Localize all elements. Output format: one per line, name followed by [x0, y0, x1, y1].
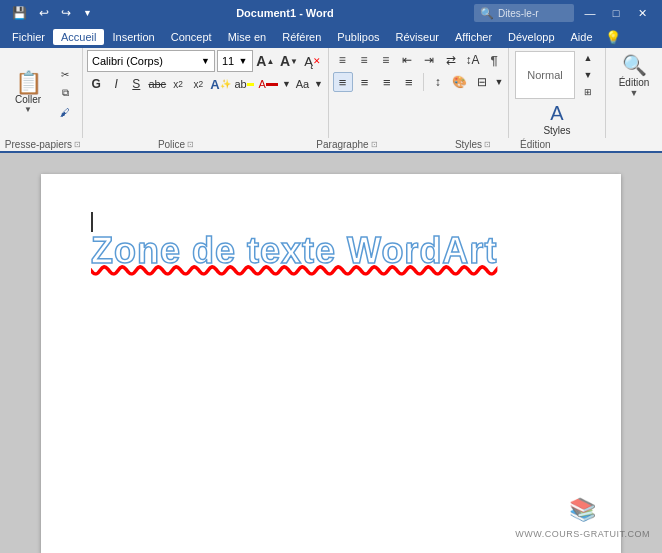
- window-controls: — □ ✕: [578, 3, 654, 23]
- menu-publipostage[interactable]: Publipos: [329, 29, 387, 45]
- police-label-cell: Police ⊡: [86, 138, 266, 151]
- bullets-button[interactable]: ≡: [333, 50, 353, 70]
- shading-button[interactable]: 🎨: [450, 72, 470, 92]
- sort-button[interactable]: ↕A: [463, 50, 483, 70]
- align-right-button[interactable]: ≡: [377, 72, 397, 92]
- styles-label-cell: Styles ⊡: [428, 138, 518, 151]
- borders-dropdown-btn[interactable]: ▼: [494, 72, 504, 92]
- menu-concept[interactable]: Concept: [163, 29, 220, 45]
- decrease-indent-button[interactable]: ⇤: [398, 50, 418, 70]
- document-title: Document1 - Word: [100, 7, 470, 19]
- clipboard-small-buttons: ✂ ⧉ 🖌: [54, 50, 76, 136]
- paragraphe-label-cell: Paragraphe ⊡: [266, 138, 428, 151]
- styles-gallery: Normal ▲ ▼ ⊞: [515, 50, 599, 100]
- case-button[interactable]: Aa: [293, 74, 311, 94]
- quick-access-toolbar: 💾 ↩ ↪ ▼ Document1 - Word 🔍 Dites-le-r — …: [0, 0, 662, 26]
- font-group: Calibri (Corps) ▼ 11 ▼ A▲ A▼ Ą✕ G I S ab…: [83, 48, 329, 138]
- paragraphe-expand-icon[interactable]: ⊡: [371, 140, 378, 149]
- align-left-button[interactable]: ≡: [333, 72, 353, 92]
- font-name-value: Calibri (Corps): [92, 55, 163, 67]
- align-center-button[interactable]: ≡: [355, 72, 375, 92]
- menu-aide[interactable]: Aide: [563, 29, 601, 45]
- logo-book-icon: 📚: [515, 497, 650, 523]
- strikethrough-button[interactable]: abc: [147, 74, 167, 94]
- styles-expand-icon[interactable]: ⊡: [484, 140, 491, 149]
- format-painter-button[interactable]: 🖌: [54, 103, 76, 121]
- ribbon: 📋 Coller ▼ ✂ ⧉ 🖌 Calibri (Corps) ▼ 11 ▼: [0, 48, 662, 154]
- menu-revision[interactable]: Réviseur: [388, 29, 447, 45]
- underline-button[interactable]: S: [127, 74, 145, 94]
- highlight-icon: ab: [234, 78, 246, 90]
- font-color-button[interactable]: A: [257, 74, 279, 94]
- highlight-color-button[interactable]: ab: [233, 74, 255, 94]
- case-dropdown-btn[interactable]: ▼: [314, 74, 324, 94]
- edition-label: Édition: [619, 77, 650, 88]
- superscript-button[interactable]: x2: [189, 74, 207, 94]
- search-box[interactable]: 🔍 Dites-le-r: [474, 4, 574, 22]
- numbering-button[interactable]: ≡: [354, 50, 374, 70]
- search-icon: 🔍: [480, 7, 494, 20]
- subscript-button[interactable]: x2: [169, 74, 187, 94]
- text-cursor: [91, 212, 93, 232]
- qa-dropdown-btn[interactable]: ▼: [79, 6, 96, 20]
- paste-label: Coller: [15, 94, 41, 105]
- menu-affichage[interactable]: Afficher: [447, 29, 500, 45]
- styles-label: Styles: [543, 125, 570, 136]
- clipboard-label-cell: Presse-papiers ⊡: [0, 138, 86, 151]
- rtl-ltr-button[interactable]: ⇄: [441, 50, 461, 70]
- edition-label-cell: Édition: [518, 138, 553, 151]
- copy-button[interactable]: ⧉: [54, 84, 76, 102]
- menu-accueil[interactable]: Accueil: [53, 29, 104, 45]
- styles-btn-area: A Styles: [532, 102, 582, 136]
- italic-button[interactable]: I: [107, 74, 125, 94]
- clipboard-expand-icon[interactable]: ⊡: [74, 140, 81, 149]
- multilevel-list-button[interactable]: ≡: [376, 50, 396, 70]
- menu-mise-en[interactable]: Mise en: [220, 29, 275, 45]
- styles-scroll-buttons: ▲ ▼ ⊞: [577, 50, 599, 100]
- menu-developpeur[interactable]: Développ: [500, 29, 562, 45]
- document-area: Zone de texte WordArt: [0, 154, 662, 553]
- borders-button[interactable]: ⊟: [472, 72, 492, 92]
- font-size-value: 11: [222, 55, 234, 67]
- styles-scroll-down-btn[interactable]: ▼: [577, 67, 599, 83]
- cut-button[interactable]: ✂: [54, 65, 76, 83]
- styles-scroll-up-btn[interactable]: ▲: [577, 50, 599, 66]
- styles-button[interactable]: A Styles: [532, 102, 582, 136]
- bold-button[interactable]: G: [87, 74, 105, 94]
- font-name-selector[interactable]: Calibri (Corps) ▼: [87, 50, 215, 72]
- police-expand-icon[interactable]: ⊡: [187, 140, 194, 149]
- paragraph-group: ≡ ≡ ≡ ⇤ ⇥ ⇄ ↕A ¶ ≡ ≡ ≡ ≡ ↕ 🎨 ⊟ ▼: [329, 48, 510, 138]
- close-btn[interactable]: ✕: [630, 3, 654, 23]
- edition-button[interactable]: 🔍 Édition ▼: [612, 50, 656, 101]
- styles-group: Normal ▲ ▼ ⊞ A Styles: [509, 48, 606, 138]
- font-name-row: Calibri (Corps) ▼ 11 ▼ A▲ A▼ Ą✕: [87, 50, 324, 72]
- maximize-btn[interactable]: □: [604, 3, 628, 23]
- menu-references[interactable]: Référen: [274, 29, 329, 45]
- font-size-decrease-button[interactable]: A▼: [278, 51, 300, 71]
- qa-undo-btn[interactable]: ↩: [35, 4, 53, 22]
- police-group-label: Police: [158, 139, 185, 150]
- increase-indent-button[interactable]: ⇥: [419, 50, 439, 70]
- qa-save-btn[interactable]: 💾: [8, 4, 31, 22]
- styles-group-label: Styles: [455, 139, 482, 150]
- paste-button[interactable]: 📋 Coller ▼: [6, 50, 50, 136]
- justify-button[interactable]: ≡: [399, 72, 419, 92]
- text-effects-button[interactable]: A✨: [209, 74, 231, 94]
- menu-insertion[interactable]: Insertion: [104, 29, 162, 45]
- font-size-selector[interactable]: 11 ▼: [217, 50, 253, 72]
- qa-redo-btn[interactable]: ↪: [57, 4, 75, 22]
- lightbulb-icon: 💡: [605, 30, 621, 45]
- wordart-text[interactable]: Zone de texte WordArt: [91, 230, 497, 272]
- line-spacing-button[interactable]: ↕: [428, 72, 448, 92]
- styles-icon: A: [550, 102, 563, 125]
- styles-gallery-box[interactable]: Normal: [515, 51, 575, 99]
- show-marks-button[interactable]: ¶: [484, 50, 504, 70]
- clear-formatting-button[interactable]: Ą✕: [302, 51, 324, 71]
- wordart-container: Zone de texte WordArt: [91, 230, 571, 272]
- minimize-btn[interactable]: —: [578, 3, 602, 23]
- menu-fichier[interactable]: Fichier: [4, 29, 53, 45]
- font-color-dropdown-btn[interactable]: ▼: [281, 74, 291, 94]
- paragraph-row1: ≡ ≡ ≡ ⇤ ⇥ ⇄ ↕A ¶: [333, 50, 505, 70]
- styles-expand-btn[interactable]: ⊞: [577, 84, 599, 100]
- font-size-increase-button[interactable]: A▲: [255, 51, 277, 71]
